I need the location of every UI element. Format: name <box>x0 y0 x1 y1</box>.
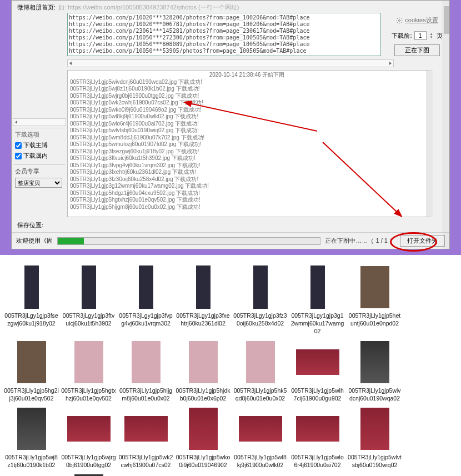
file-item[interactable]: 005TR3jLly1gjp5hjdkb0j60u01e0x6p02 <box>174 340 232 402</box>
file-item[interactable]: 005TR3jLly1gjp5wlo6r4j61900u0ai702 <box>289 407 346 469</box>
file-item[interactable]: 005TR3jLly1gjp5hk5qd8j60u01e0u0x02 <box>232 340 289 402</box>
store-combo[interactable]: 整店宝贝 <box>15 178 62 188</box>
file-name: 005TR3jLly1gjp5hk5qd8j60u01e0u0x02 <box>232 387 289 402</box>
log-line: 005TR3jLly1gjp3fz30oij60ku258x4d02.jpg 下… <box>70 176 424 183</box>
file-item[interactable]: 005TR3jLgy1gjp3fxehtrj60ku2361dl02 <box>174 265 232 335</box>
log-line: 005TR3jLly1gjp5hijgm8j60u01e0u0x02.jpg 下… <box>70 204 424 211</box>
file-explorer-grid: 005TR3jLgy1gjp3fsezgwj60ku1j918y02005TR3… <box>0 255 461 476</box>
thumbnail <box>181 340 226 384</box>
file-name: 005TR3jLgy1gjp3fsezgwj60ku1j918y02 <box>3 312 60 327</box>
cookies-settings-link[interactable]: cookies设置 <box>389 16 445 24</box>
file-name: 005TR3jLly1gjp5wih7cij61900u0gu902 <box>289 387 346 402</box>
thumbnail <box>238 340 283 384</box>
page-count-input[interactable] <box>414 31 427 40</box>
thumbnail <box>9 265 54 309</box>
file-name: 005TR3jLgy1gjp3g12wmmj60ku17wamg02 <box>289 312 346 335</box>
file-item[interactable]: 005TR3jLly1gjp5wm8ddJj61900u07k702 <box>3 473 60 476</box>
file-name: 005TR3jLly1gjp5wk2cwhj61900u07cs02 <box>117 453 174 469</box>
file-item[interactable]: 005TR3jLly1gjp5wk2cwhj61900u07cs02 <box>117 407 174 469</box>
chk-main[interactable]: 下载主博 <box>15 141 64 149</box>
thumbnail <box>9 407 54 451</box>
file-item[interactable]: 005TR3jLgy1gjp3fz30oij60ku258x4d02 <box>232 265 289 335</box>
log-line: 005TR3jLly1gjp3fsezgwj60ku1j918y02.jpg 下… <box>70 148 424 156</box>
file-name: 005TR3jLly1gjp5wj8z1tj60u0190k1b02 <box>3 453 60 469</box>
file-name: 005TR3jLgy1gjp3fvpg4vj60ku1vrqm302 <box>117 312 174 327</box>
file-item[interactable]: 005TR3jLly1gjp5wjrg0bj61900u0tgg02 <box>60 407 117 469</box>
app-window: 微博相册首页: 如: https://weibo.com/p/100505304… <box>11 0 450 249</box>
log-line: 005TR3jLly1gjp5wivdcnj60u0190wqa02.jpg 下… <box>70 79 424 86</box>
bottom-bar: 欢迎使用《固 正在下图中……（ 1 / 1 ） 打开文件夹 <box>12 232 449 249</box>
file-item[interactable]: 005TR3jLly1gjp5hijgm8j60u01e0u0x02 <box>117 340 174 402</box>
download-button[interactable]: 正在下图 <box>394 44 440 56</box>
file-item[interactable]: 005TR3jLly1gjp5wih7cij61900u0gu902 <box>289 340 346 402</box>
thumbnail <box>124 265 168 309</box>
file-item[interactable]: 005TR3jLly1gjp5wivdcnj60u0190wqa02 <box>346 340 403 402</box>
thumbnail <box>295 340 340 384</box>
thumbnail <box>67 407 111 451</box>
open-folder-button[interactable]: 打开文件夹 <box>400 235 445 247</box>
log-textarea[interactable]: 2020-10-14 21:38:46 开始下图 005TR3jLly1gjp5… <box>67 70 433 217</box>
file-name: 005TR3jLly1gjp5wlo6r4j61900u0ai702 <box>289 453 346 469</box>
file-item[interactable]: 005TR3jLly1gjp5wl8kj9j61900u0wlk02 <box>232 407 289 469</box>
file-item[interactable]: 005TR3jLly1gjp5hg2ij3j60u01e0qv502 <box>3 340 60 402</box>
file-name: 005TR3jLly1gjp5wko0i9j60u019046902 <box>174 453 232 469</box>
file-name: 005TR3jLly1gjp5hgtxhzj60u01e0qv502 <box>60 387 117 402</box>
thumbnail <box>67 340 111 384</box>
file-item[interactable]: 005TR3jLly1gjp5wko0i9j60u019046902 <box>174 407 232 469</box>
save-label: 保存位置: <box>17 222 43 228</box>
log-line: 005TR3jLly1gjp5hgtxhzj60u01e0qv502.jpg 下… <box>70 197 424 204</box>
log-line: 005TR3jLly1gjp5hdgz1jj60u04cxu9502.jpg 下… <box>70 190 424 197</box>
thumbnail <box>9 340 54 384</box>
thumbnail <box>295 265 340 309</box>
url-hscrollbar[interactable] <box>67 59 394 67</box>
before-label: 下载前: <box>392 32 412 40</box>
file-item[interactable]: 005TR3jLly1gjp5hgtxhzj60u01e0qv502 <box>60 340 117 402</box>
file-item[interactable]: 005TR3jLly1gjp5wlvtsbj60u0190wiq02 <box>346 407 403 469</box>
chk-inside[interactable]: 下载属内 <box>15 152 64 160</box>
right-panel: cookies设置 下载前: ▲▼ 页 正在下图 <box>389 16 445 56</box>
file-item[interactable]: 005TR3jLgy1gjp3fvpg4vj60ku1vrqm302 <box>117 265 174 335</box>
download-before-row: 下载前: ▲▼ 页 <box>389 31 445 40</box>
log-line: 005TR3jLly1gjp5wl8kj9j61900u0wlk02.jpg 下… <box>70 113 424 121</box>
file-item[interactable]: 005TR3jLgy1gjp3fsezgwj60ku1j918y02 <box>3 265 60 335</box>
file-name: 005TR3jLgy1gjp3fz30oij60ku258x4d02 <box>232 312 289 327</box>
thumbnail <box>238 265 283 309</box>
thumbnail <box>181 407 226 451</box>
file-name: 005TR3jLly1gjp5wjrg0bj61900u0tgg02 <box>60 453 117 469</box>
file-name: 005TR3jLly1gjp5wl8kj9j61900u0wlk02 <box>232 453 289 469</box>
file-item[interactable]: 005TR3jLly1gjp5hetuntj60u01e0npd02 <box>346 265 403 335</box>
file-name: 005TR3jLly1gjp5wivdcnj60u0190wqa02 <box>346 387 403 402</box>
thumbnail <box>353 340 397 384</box>
thumbnail <box>67 265 111 309</box>
svg-point-0 <box>399 19 400 21</box>
url-hint: 如: https://weibo.com/p/1005053049238742/… <box>58 3 239 12</box>
thumbnail <box>124 407 168 451</box>
log-line: 005TR3jLly1gjp3g12wmmj60ku17wamg02.jpg 下… <box>70 183 424 190</box>
log-line: 005TR3jLly1gjp5wj8z1tj60u0190k1b02.jpg 下… <box>70 86 424 93</box>
thumbnail <box>9 473 54 476</box>
file-name: 005TR3jLly1gjp5wlvtsbj60u0190wiq02 <box>346 453 403 469</box>
log-header: 2020-10-14 21:38:46 开始下图 <box>70 72 424 79</box>
thumbnail <box>181 265 226 309</box>
log-line: 005TR3jLly1gjp3fvpg4vj60ku1vrqm302.jpg 下… <box>70 162 424 169</box>
page-unit: 页 <box>437 32 443 40</box>
cookies-label: cookies设置 <box>405 16 438 24</box>
thumbnail <box>124 340 168 384</box>
log-line: 005TR3jLly1gjp5wjrg0bj61900u0tgg02.jpg 下… <box>70 93 424 100</box>
file-item[interactable]: 005TR3jLly1gjp5wj8z1tj60u0190k1b02 <box>3 407 60 469</box>
file-name: 005TR3jLgy1gjp3fxehtrj60ku2361dl02 <box>174 312 232 327</box>
spinner[interactable]: ▲▼ <box>429 32 434 39</box>
status-text: 正在下图中……（ 1 / 1 ） <box>325 237 395 245</box>
thumbnail <box>67 473 111 476</box>
member-title: 会员专享 <box>15 167 64 176</box>
file-item[interactable]: 005TR3jLgy1gjp3ftvuicj60ku1t5h3902 <box>60 265 117 335</box>
file-item[interactable]: 005TR3jLly1gjp5wmulozj60u01907fd02 <box>60 473 117 476</box>
file-item[interactable]: 005TR3jLgy1gjp3g12wmmj60ku17wamg02 <box>289 265 346 335</box>
log-line: 005TR3jLly1gjp5wmulozj60u01907fd02.jpg 下… <box>70 141 424 148</box>
thumbnail <box>353 265 397 309</box>
file-name: 005TR3jLly1gjp5hg2ij3j60u01e0qv502 <box>3 387 60 402</box>
left-hscroll[interactable] <box>13 118 66 126</box>
url-label: 微博相册首页: <box>17 3 56 12</box>
file-name: 005TR3jLly1gjp5hetuntj60u01e0npd02 <box>346 312 403 327</box>
url-list-input[interactable] <box>67 13 381 56</box>
